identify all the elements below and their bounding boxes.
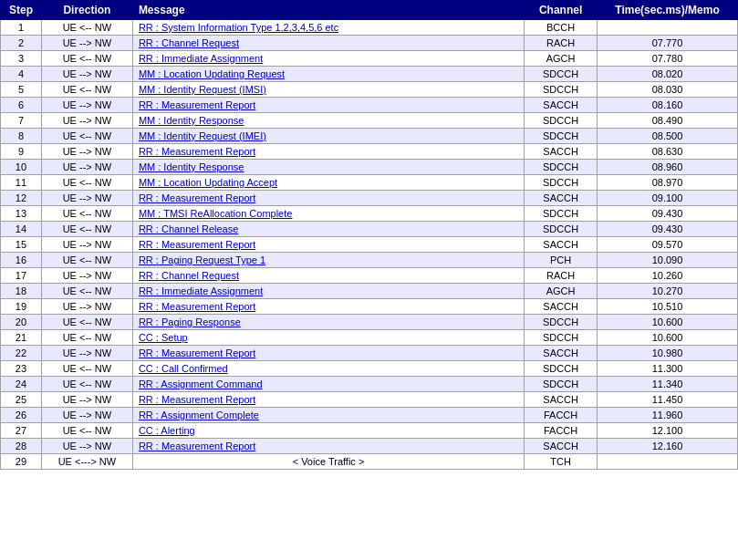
cell-message[interactable]: RR : Measurement Report	[132, 299, 524, 315]
cell-step: 4	[1, 67, 42, 82]
cell-message[interactable]: MM : Identity Request (IMSI)	[132, 82, 524, 98]
cell-channel: SACCH	[525, 98, 598, 113]
message-link[interactable]: RR : Assignment Complete	[139, 410, 259, 420]
cell-message[interactable]: RR : Measurement Report	[132, 191, 524, 206]
cell-message[interactable]: RR : Measurement Report	[132, 237, 524, 253]
table-row: 28UE --> NWRR : Measurement ReportSACCH1…	[1, 439, 738, 454]
cell-channel: SDCCH	[525, 175, 598, 191]
cell-message[interactable]: MM : Identity Response	[132, 160, 524, 175]
cell-message[interactable]: CC : Call Confirmed	[132, 361, 524, 377]
cell-message[interactable]: RR : Immediate Assignment	[132, 284, 524, 299]
table-row: 9UE --> NWRR : Measurement ReportSACCH08…	[1, 144, 738, 160]
cell-time: 09.100	[598, 191, 738, 206]
message-link[interactable]: MM : Identity Request (IMSI)	[139, 84, 266, 95]
cell-message[interactable]: RR : Paging Request Type 1	[132, 253, 524, 268]
message-link[interactable]: MM : TMSI ReAllocation Complete	[139, 208, 293, 219]
table-row: 20UE <-- NWRR : Paging ResponseSDCCH10.6…	[1, 315, 738, 330]
cell-message[interactable]: RR : Assignment Complete	[132, 408, 524, 423]
message-link[interactable]: RR : Immediate Assignment	[139, 53, 263, 64]
cell-message[interactable]: MM : TMSI ReAllocation Complete	[132, 206, 524, 222]
message-link[interactable]: RR : Measurement Report	[139, 347, 255, 358]
cell-time: 09.430	[598, 222, 738, 237]
message-link[interactable]: RR : Assignment Command	[139, 379, 263, 389]
cell-message[interactable]: RR : Assignment Command	[132, 377, 524, 392]
cell-direction: UE <---> NW	[41, 454, 132, 470]
message-link[interactable]: RR : Channel Request	[139, 270, 239, 281]
message-link[interactable]: RR : Measurement Report	[139, 239, 255, 250]
cell-step: 17	[1, 268, 42, 284]
message-link[interactable]: MM : Identity Response	[139, 161, 244, 172]
message-link[interactable]: RR : Measurement Report	[139, 99, 255, 110]
cell-time: 10.600	[598, 315, 738, 330]
cell-message[interactable]: RR : Measurement Report	[132, 439, 524, 454]
cell-step: 19	[1, 299, 42, 315]
cell-message[interactable]: RR : Channel Release	[132, 222, 524, 237]
cell-message[interactable]: MM : Location Updating Request	[132, 67, 524, 82]
table-row: 15UE --> NWRR : Measurement ReportSACCH0…	[1, 237, 738, 253]
cell-direction: UE --> NW	[41, 392, 132, 408]
cell-channel: SDCCH	[525, 82, 598, 98]
message-link[interactable]: RR : Channel Release	[139, 223, 238, 234]
cell-message[interactable]: RR : Measurement Report	[132, 392, 524, 408]
message-link[interactable]: RR : Paging Request Type 1	[139, 254, 265, 265]
table-row: 5UE <-- NWMM : Identity Request (IMSI)SD…	[1, 82, 738, 98]
cell-channel: SDCCH	[525, 222, 598, 237]
cell-message[interactable]: RR : System Information Type 1,2,3,4,5,6…	[132, 20, 524, 36]
protocol-table: Step Direction Message Channel Time(sec.…	[0, 0, 738, 470]
message-link[interactable]: MM : Identity Response	[139, 115, 244, 126]
cell-time: 10.980	[598, 346, 738, 361]
cell-time: 10.260	[598, 268, 738, 284]
cell-message[interactable]: RR : Measurement Report	[132, 98, 524, 113]
cell-message[interactable]: RR : Channel Request	[132, 268, 524, 284]
cell-message[interactable]: MM : Location Updating Accept	[132, 175, 524, 191]
message-link[interactable]: RR : Measurement Report	[139, 192, 255, 203]
message-link[interactable]: MM : Location Updating Accept	[139, 177, 277, 188]
header-message: Message	[132, 1, 524, 20]
cell-time: 11.300	[598, 361, 738, 377]
cell-message[interactable]: MM : Identity Request (IMEI)	[132, 129, 524, 144]
cell-direction: UE --> NW	[41, 36, 132, 51]
cell-message[interactable]: CC : Alerting	[132, 423, 524, 439]
table-row: 18UE <-- NWRR : Immediate AssignmentAGCH…	[1, 284, 738, 299]
table-row: 24UE <-- NWRR : Assignment CommandSDCCH1…	[1, 377, 738, 392]
message-link[interactable]: RR : Measurement Report	[139, 301, 255, 312]
cell-message[interactable]: CC : Setup	[132, 330, 524, 346]
cell-direction: UE <-- NW	[41, 175, 132, 191]
message-link[interactable]: CC : Call Confirmed	[139, 363, 228, 374]
cell-time: 10.270	[598, 284, 738, 299]
table-row: 21UE <-- NWCC : SetupSDCCH10.600	[1, 330, 738, 346]
cell-message[interactable]: RR : Immediate Assignment	[132, 51, 524, 67]
message-link[interactable]: RR : Channel Request	[139, 37, 239, 48]
message-link[interactable]: CC : Alerting	[139, 425, 195, 436]
table-row: 4UE --> NWMM : Location Updating Request…	[1, 67, 738, 82]
cell-message[interactable]: RR : Paging Response	[132, 315, 524, 330]
cell-channel: AGCH	[525, 51, 598, 67]
cell-direction: UE --> NW	[41, 439, 132, 454]
cell-message[interactable]: RR : Channel Request	[132, 36, 524, 51]
cell-message[interactable]: RR : Measurement Report	[132, 144, 524, 160]
message-link[interactable]: RR : Measurement Report	[139, 441, 255, 451]
cell-time: 12.160	[598, 439, 738, 454]
message-link[interactable]: RR : Measurement Report	[139, 146, 255, 157]
message-link[interactable]: RR : Measurement Report	[139, 394, 255, 405]
table-row: 1UE <-- NWRR : System Information Type 1…	[1, 20, 738, 36]
message-link[interactable]: CC : Setup	[139, 332, 188, 343]
cell-direction: UE <-- NW	[41, 129, 132, 144]
table-row: 3UE <-- NWRR : Immediate AssignmentAGCH0…	[1, 51, 738, 67]
message-link[interactable]: MM : Identity Request (IMEI)	[139, 130, 266, 141]
cell-step: 11	[1, 175, 42, 191]
cell-step: 6	[1, 98, 42, 113]
cell-channel: RACH	[525, 268, 598, 284]
message-link[interactable]: RR : Paging Response	[139, 316, 241, 327]
message-link[interactable]: MM : Location Updating Request	[139, 68, 285, 79]
cell-channel: SACCH	[525, 144, 598, 160]
cell-message: < Voice Traffic >	[132, 454, 524, 470]
cell-message[interactable]: MM : Identity Response	[132, 113, 524, 129]
cell-channel: AGCH	[525, 284, 598, 299]
message-link[interactable]: RR : System Information Type 1,2,3,4,5,6…	[139, 22, 338, 33]
cell-step: 14	[1, 222, 42, 237]
message-link[interactable]: RR : Immediate Assignment	[139, 285, 263, 296]
cell-message[interactable]: RR : Measurement Report	[132, 346, 524, 361]
cell-step: 20	[1, 315, 42, 330]
cell-channel: RACH	[525, 36, 598, 51]
